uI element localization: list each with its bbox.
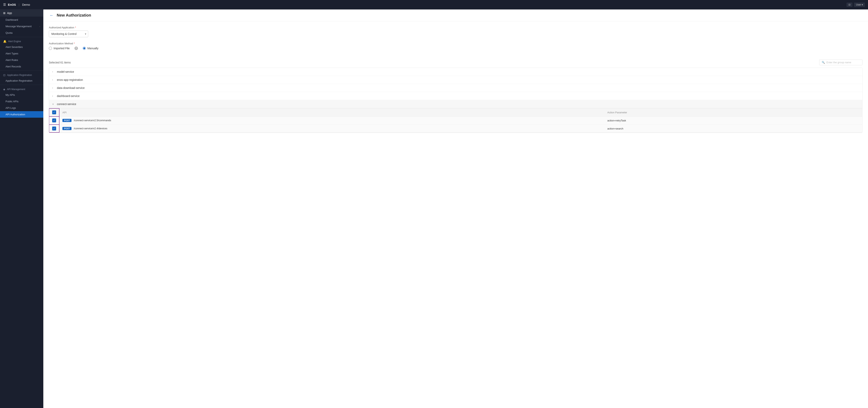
items-header: Selected 61 items 🔍: [49, 60, 863, 65]
row2-checkbox-cell[interactable]: ✓: [49, 124, 59, 133]
authorized-application-select-wrapper: Monitoring & Control ▾: [49, 31, 88, 37]
api-management-section-header: ◈ API Management: [0, 86, 43, 92]
row1-checkbox-cell[interactable]: ✓: [49, 116, 59, 124]
expand-icon-model-service: ›: [52, 70, 55, 73]
authorized-application-label: Authorized Application *: [49, 26, 863, 29]
imported-file-label: Imported File: [54, 47, 70, 50]
brand-name: EnOS: [8, 3, 16, 6]
authorized-application-field: Authorized Application * Monitoring & Co…: [49, 26, 863, 37]
sidebar-item-alert-records[interactable]: Alert Records: [0, 63, 43, 70]
tree-label-model-service: model-service: [57, 70, 74, 73]
tree-row-data-download-service[interactable]: › data-download-service: [49, 84, 862, 92]
row1-action-param: action=retryTask: [604, 116, 862, 124]
tree-row-model-service[interactable]: › model-service: [49, 68, 862, 76]
table-row: ✓ POST /connect-service/v2.5/commands ac…: [49, 116, 862, 124]
sidebar-app-section: ⊞ App: [0, 9, 43, 17]
help-icon[interactable]: ?: [74, 47, 78, 50]
items-count: Selected 61 items: [49, 61, 71, 64]
search-box[interactable]: 🔍: [819, 60, 863, 65]
manually-label: Manually: [87, 47, 98, 50]
app-icon: ⊞: [3, 11, 5, 14]
api-table-col-api: API: [59, 108, 604, 116]
expand-icon-data-download: ›: [52, 87, 55, 89]
radio-option-manually[interactable]: Manually: [83, 47, 98, 50]
brand-demo: Demo: [22, 3, 30, 6]
authorization-method-label: Authorization Method *: [49, 42, 863, 45]
back-button[interactable]: ←: [49, 13, 54, 18]
row2-api-path: /connect-service/v2.4/devices: [74, 127, 107, 130]
alert-engine-section-header: 🔔 Alert Engine: [0, 38, 43, 44]
api-table-col-action-param: Action Parameter: [604, 108, 862, 116]
sidebar-item-alert-rules[interactable]: Alert Rules: [0, 57, 43, 63]
tree-row-enos-app-registration[interactable]: › enos-app-registration: [49, 76, 862, 84]
tree-list: › model-service › enos-app-registration …: [49, 67, 863, 133]
search-icon: 🔍: [822, 61, 825, 64]
app-reg-icon: ⊡: [3, 74, 5, 77]
form-section: Authorized Application * Monitoring & Co…: [43, 21, 868, 60]
authorization-method-radio-group: Imported File ? Manually: [49, 47, 863, 50]
screen-icon[interactable]: ⊡: [846, 3, 852, 7]
brand-separator: |: [19, 3, 20, 6]
row2-action-param: action=search: [604, 124, 862, 133]
row1-method-badge: POST: [62, 119, 71, 122]
expand-icon-enos-app-reg: ›: [52, 79, 55, 81]
alert-engine-icon: 🔔: [3, 40, 6, 43]
sidebar-item-alert-severities[interactable]: Alert Severities: [0, 44, 43, 50]
expand-icon-connect: ∨: [52, 103, 55, 106]
row2-method-badge: POST: [62, 127, 71, 130]
authorized-application-select[interactable]: Monitoring & Control: [49, 31, 88, 37]
api-table: ✓ API Action Parameter ✓: [49, 108, 862, 133]
row1-api-cell: POST /connect-service/v2.5/commands: [59, 116, 604, 124]
required-star-method: *: [74, 42, 75, 45]
sidebar-item-api-logs[interactable]: API Logs: [0, 105, 43, 111]
api-table-head: ✓ API Action Parameter: [49, 108, 862, 116]
row2-checkbox[interactable]: ✓: [52, 126, 56, 130]
divider-2: [0, 70, 43, 71]
top-bar: ⊡ User ▾: [43, 0, 868, 9]
user-menu-button[interactable]: User ▾: [854, 3, 865, 7]
items-section: Selected 61 items 🔍 › model-service › en…: [43, 60, 868, 138]
tree-label-dashboard: dashboard-service: [57, 94, 80, 97]
page-header: ← New Authorization: [43, 9, 868, 21]
api-management-icon: ◈: [3, 88, 5, 91]
tree-label-enos-app-reg: enos-app-registration: [57, 78, 83, 81]
hamburger-icon[interactable]: ☰: [3, 3, 6, 6]
sidebar-item-alert-types[interactable]: Alert Types: [0, 50, 43, 57]
row1-api-path: /connect-service/v2.5/commands: [74, 119, 111, 122]
sidebar-item-my-apis[interactable]: My APIs: [0, 92, 43, 98]
tree-label-connect: connect-service: [57, 103, 76, 106]
main-content: ⊡ User ▾ ← New Authorization Authorized …: [43, 0, 868, 408]
row1-checkbox[interactable]: ✓: [52, 118, 56, 122]
sidebar-item-dashboard[interactable]: Dashboard: [0, 17, 43, 23]
app-reg-section-header: ⊡ Application Registration: [0, 71, 43, 78]
chevron-right-icon: ›: [39, 25, 40, 28]
sidebar-header: ☰ EnOS | Demo: [0, 0, 43, 9]
connect-service-subtable: ✓ API Action Parameter ✓: [49, 108, 862, 133]
expand-icon-dashboard: ›: [52, 95, 55, 97]
app-label: App: [7, 11, 12, 14]
tree-label-data-download: data-download-service: [57, 86, 85, 89]
tree-row-dashboard-service[interactable]: › dashboard-service: [49, 92, 862, 100]
sidebar-item-message-management[interactable]: Message Management ›: [0, 23, 43, 30]
sidebar: ☰ EnOS | Demo ⊞ App Dashboard Message Ma…: [0, 0, 43, 408]
api-table-col-checkbox: ✓: [49, 108, 59, 116]
radio-manually[interactable]: [83, 47, 86, 50]
divider-3: [0, 85, 43, 85]
sidebar-item-public-apis[interactable]: Public APIs: [0, 98, 43, 105]
search-input[interactable]: [827, 61, 860, 64]
required-star-app: *: [75, 26, 76, 29]
authorization-method-field: Authorization Method * Imported File ? M…: [49, 42, 863, 50]
api-table-header-row: ✓ API Action Parameter: [49, 108, 862, 116]
divider-1: [0, 37, 43, 37]
tree-row-connect-service[interactable]: ∨ connect-service: [49, 100, 862, 108]
sidebar-item-quota[interactable]: Quota: [0, 30, 43, 36]
sidebar-item-application-registration[interactable]: Application Registration: [0, 78, 43, 84]
content-area: ← New Authorization Authorized Applicati…: [43, 9, 868, 408]
row2-api-cell: POST /connect-service/v2.4/devices: [59, 124, 604, 133]
sidebar-item-api-authorization[interactable]: API Authorization: [0, 111, 43, 118]
page-title: New Authorization: [57, 13, 91, 18]
radio-imported-file[interactable]: [49, 47, 52, 50]
table-row: ✓ POST /connect-service/v2.4/devices act…: [49, 124, 862, 133]
radio-option-imported-file[interactable]: Imported File: [49, 47, 70, 50]
select-all-checkbox[interactable]: ✓: [52, 110, 56, 114]
